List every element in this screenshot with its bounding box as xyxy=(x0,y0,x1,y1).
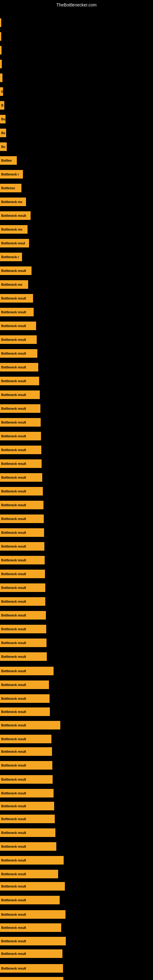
bar-label: Bottleneck result xyxy=(1,697,26,700)
bar-label: Bottleneck result xyxy=(1,573,26,576)
bar: Bottleneck result xyxy=(0,896,60,904)
bar-container: Bottleneck result xyxy=(0,882,65,891)
bar-container: Bottleneck result xyxy=(0,950,62,958)
bar-container xyxy=(0,60,2,68)
bar-container: Bottleneck r xyxy=(0,170,23,178)
bar-container: Bottleneck result xyxy=(0,694,49,703)
bar: Bottleneck result xyxy=(0,266,32,275)
bar: Bottleneck res xyxy=(0,225,27,234)
bar-label: Bottleneck result xyxy=(1,885,26,888)
bar: Bottleneck r xyxy=(0,170,23,178)
bar: Bottleneck result xyxy=(0,882,65,891)
bar-label: B xyxy=(1,104,3,107)
bar-container xyxy=(0,46,2,54)
bar: Bottleneck result xyxy=(0,652,47,661)
bar-container: Bottleneck result xyxy=(0,294,33,302)
bar-label: Bottleneck result xyxy=(1,462,26,466)
bar-label: Bottleneck r xyxy=(1,173,19,176)
bar-label: Bottleneck result xyxy=(1,600,26,603)
bar-container: Bottleneck result xyxy=(0,937,66,945)
bar-label: Bottleneck result xyxy=(1,913,26,916)
bar-label: Bottleneck result xyxy=(1,545,26,548)
bar: Bottleneck result xyxy=(0,211,30,220)
bar-container: Bottleneck result xyxy=(0,418,41,426)
bar-label: Bottleneck result xyxy=(1,778,26,781)
bar-container: Bo xyxy=(0,115,5,123)
bar-container: Bottleneck result xyxy=(0,681,49,689)
bar-container: Bottleneck result xyxy=(0,584,45,592)
bar: Bottleneck result xyxy=(0,694,49,703)
bar: Bottlen xyxy=(0,156,17,165)
bar-container: Bottleneck res xyxy=(0,197,26,206)
bar: Bo xyxy=(0,115,5,123)
bar-label: Bottleneck result xyxy=(1,324,26,328)
bar-container: Bottleneck result xyxy=(0,377,39,385)
bar-label: Bottleneck result xyxy=(1,297,26,300)
bar-label: Bottleneck result xyxy=(1,627,26,631)
bar-label: Bottleneck result xyxy=(1,899,26,902)
bar-container xyxy=(0,32,1,41)
bar-label: Bottleneck result xyxy=(1,449,26,452)
bar xyxy=(0,46,2,54)
bar-container: Bottleneck result xyxy=(0,789,54,797)
bar: Bottleneck result xyxy=(0,514,44,523)
bar-container: Bottleneck result xyxy=(0,501,43,509)
bar-container: Bottleneck result xyxy=(0,870,58,878)
bar-label: Bottleneck result xyxy=(1,710,26,714)
bar-container: Bottleneck result xyxy=(0,542,45,550)
bar-container: Bottleneck result xyxy=(0,747,52,756)
bar-label: Bottleneck result xyxy=(1,952,26,956)
bar-container: Bottleneck result xyxy=(0,721,60,730)
bar-label: Bottleneck result xyxy=(1,805,26,808)
bar-container: Bottleneck result xyxy=(0,349,37,358)
bar-container: Bottleneck result xyxy=(0,910,65,919)
bar-container xyxy=(0,18,1,27)
bar-label: Bottleneck result xyxy=(1,558,26,562)
bar-label: Bottleneck res xyxy=(1,283,22,286)
bar: Bottleneck result xyxy=(0,937,66,945)
bar-label: Bo xyxy=(1,131,5,135)
bar-container: Bottleneck resul xyxy=(0,239,29,247)
bar-container: Bottleneck result xyxy=(0,597,45,606)
bar-label: Bottleneck result xyxy=(1,476,26,479)
bar-label: Bottleneck result xyxy=(1,214,26,218)
bar: Bottleneck res xyxy=(0,280,28,289)
bar: Bottleneck result xyxy=(0,735,51,743)
bar: Bottleneck result xyxy=(0,747,52,756)
bar-label: Bo xyxy=(1,118,5,121)
bar: Bottleneck result xyxy=(0,708,50,716)
bar-label: Bottleneck result xyxy=(1,750,26,753)
bar-label: Bottleneck result xyxy=(1,531,26,535)
bar: Bottleneck r xyxy=(0,253,22,261)
bar: Bottleneck result xyxy=(0,377,39,385)
bar-container: Bottleneck result xyxy=(0,667,54,675)
bar-container: Bottleneck result xyxy=(0,638,46,647)
bar-container: Bottleneck result xyxy=(0,445,41,454)
bar-container: Bottleneck result xyxy=(0,390,40,399)
bar: Bottleneck result xyxy=(0,528,44,537)
bar: B xyxy=(0,101,4,110)
bar-label: Bottleneck result xyxy=(1,967,26,970)
bar-label: Bo xyxy=(1,145,5,148)
bar: Bottleneck result xyxy=(0,570,45,578)
bar: Bottleneck result xyxy=(0,611,46,620)
bar: Bottleneck result xyxy=(0,761,52,770)
bar: Bottleneck result xyxy=(0,964,63,973)
bar-container: Bottleneck res xyxy=(0,280,28,289)
bar-container: Bottleneck result xyxy=(0,708,50,716)
bar: Bottleneck res xyxy=(0,197,26,206)
bar-label: Bottleneck result xyxy=(1,490,26,493)
bar: Bottleneck result xyxy=(0,802,54,810)
bar-label: Bottleneck result xyxy=(1,859,26,862)
bar: Bottleneck result xyxy=(0,842,56,851)
bar: Bottleneck result xyxy=(0,977,63,980)
bar-label: Bottleneck result xyxy=(1,393,26,396)
bar-label: Bottleneck result xyxy=(1,379,26,383)
bar-container: Bottleneck result xyxy=(0,652,47,661)
bar-container: Bottleneck result xyxy=(0,460,41,468)
bar-label: Bottleneck result xyxy=(1,845,26,848)
bar: Bo xyxy=(0,142,7,151)
bar-container: Bottleneck result xyxy=(0,761,52,770)
bar-container: Bottleneck result xyxy=(0,266,32,275)
bar-container: Bottleneck result xyxy=(0,923,61,932)
